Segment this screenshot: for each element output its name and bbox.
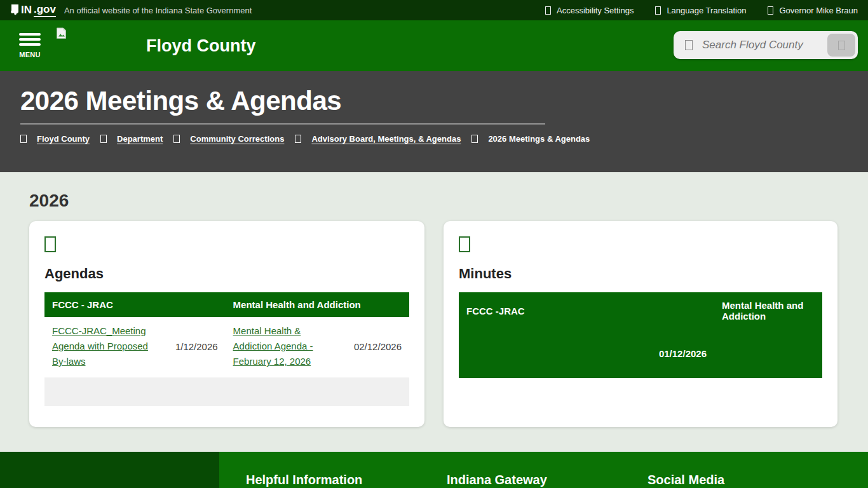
search-submit-button[interactable] (827, 34, 855, 57)
chevron-right-icon (100, 135, 107, 143)
minutes-col-mental-health: Mental Health and Addiction (714, 292, 822, 329)
hamburger-icon (19, 33, 41, 36)
menu-button[interactable]: MENU (19, 33, 41, 58)
indiana-state-icon (10, 4, 19, 17)
chevron-right-icon (471, 135, 478, 143)
footer: Helpful Information Indiana Gateway Soci… (0, 452, 868, 488)
county-logo-broken-image-icon[interactable] (56, 27, 67, 42)
minutes-card: Minutes FCCC -JRAC Mental Health and Add… (444, 221, 837, 427)
language-translation-link[interactable]: Language Translation (655, 6, 746, 15)
official-website-text: An official website of the Indiana State… (64, 6, 252, 15)
agendas-table-empty-row (44, 377, 409, 406)
breadcrumb-department[interactable]: Department (100, 134, 163, 144)
minutes-col-fccc-jrac: FCCC -JRAC (459, 292, 714, 329)
page-title-band: 2026 Meetings & Agendas Floyd County Dep… (0, 71, 868, 172)
ingov-logo[interactable]: IN.gov (10, 3, 56, 17)
governor-icon (768, 6, 773, 15)
breadcrumb-floyd-county[interactable]: Floyd County (20, 134, 90, 144)
site-title: Floyd County (146, 36, 255, 56)
chevron-right-icon (295, 135, 301, 143)
agendas-card: Agendas FCCC - JRAC Mental Health and Ad… (29, 221, 424, 427)
footer-col-helpful-information: Helpful Information (246, 473, 447, 488)
search-submit-icon (838, 41, 845, 50)
minutes-table-row: 01/12/2026 (459, 329, 822, 378)
minutes-table: FCCC -JRAC Mental Health and Addiction 0… (459, 292, 822, 378)
agendas-table-row: FCCC-JRAC_Meeting Agenda with Proposed B… (44, 317, 409, 377)
home-icon (20, 135, 27, 143)
minutes-table-header-row: FCCC -JRAC Mental Health and Addiction (459, 292, 822, 329)
agendas-card-title: Agendas (44, 266, 409, 282)
utility-links: Accessibility Settings Language Translat… (545, 6, 858, 15)
search-icon (685, 40, 693, 50)
site-header: MENU Floyd County (0, 20, 868, 71)
page-title: 2026 Meetings & Agendas (20, 71, 868, 116)
ingov-logo-in: IN (21, 4, 32, 17)
search-input[interactable] (693, 39, 827, 51)
fccc-jrac-agenda-date: 1/12/2026 (168, 317, 226, 377)
breadcrumb-community-corrections[interactable]: Community Corrections (173, 134, 284, 144)
agendas-table-header-row: FCCC - JRAC Mental Health and Addiction (44, 292, 409, 317)
main-content: 2026 Agendas FCCC - JRAC Mental Health a… (0, 172, 868, 452)
title-divider (20, 123, 545, 125)
footer-heading-social-media: Social Media (648, 473, 848, 487)
mental-health-agenda-date: 02/12/2026 (346, 317, 409, 377)
minutes-card-title: Minutes (459, 266, 822, 282)
footer-columns: Helpful Information Indiana Gateway Soci… (219, 452, 868, 488)
utility-bar: IN.gov An official website of the Indian… (0, 0, 868, 20)
fccc-jrac-minutes-date: 01/12/2026 (459, 329, 714, 378)
search-box (674, 31, 858, 59)
year-section-title: 2026 (29, 191, 839, 211)
breadcrumb-current-page: 2026 Meetings & Agendas (471, 134, 590, 144)
footer-heading-indiana-gateway: Indiana Gateway (447, 473, 648, 487)
governor-label: Governor Mike Braun (779, 6, 858, 15)
menu-label: MENU (19, 51, 41, 58)
language-icon (655, 6, 661, 15)
agendas-col-fccc-jrac: FCCC - JRAC (44, 292, 226, 317)
minutes-card-icon (459, 236, 470, 252)
accessibility-settings-label: Accessibility Settings (557, 6, 634, 15)
breadcrumb: Floyd County Department Community Correc… (20, 134, 868, 144)
chevron-right-icon (173, 135, 180, 143)
fccc-jrac-agenda-link[interactable]: FCCC-JRAC_Meeting Agenda with Proposed B… (52, 323, 160, 369)
footer-col-indiana-gateway: Indiana Gateway (447, 473, 648, 488)
accessibility-settings-link[interactable]: Accessibility Settings (545, 6, 634, 15)
ingov-logo-gov: .gov (34, 3, 56, 17)
agendas-table: FCCC - JRAC Mental Health and Addiction … (44, 292, 409, 406)
ingov-brand: IN.gov An official website of the Indian… (10, 3, 252, 17)
mental-health-agenda-link[interactable]: Mental Health & Addiction Agenda - Febru… (233, 323, 339, 369)
agendas-card-icon (44, 236, 56, 252)
agendas-col-mental-health: Mental Health and Addiction (226, 292, 409, 317)
breadcrumb-advisory-board[interactable]: Advisory Board, Meetings, & Agendas (295, 134, 461, 144)
language-translation-label: Language Translation (667, 6, 746, 15)
footer-col-social-media: Social Media (648, 473, 848, 488)
footer-heading-helpful-information: Helpful Information (246, 473, 447, 487)
footer-left-panel (0, 452, 219, 488)
accessibility-icon (545, 6, 551, 15)
governor-link[interactable]: Governor Mike Braun (768, 6, 858, 15)
